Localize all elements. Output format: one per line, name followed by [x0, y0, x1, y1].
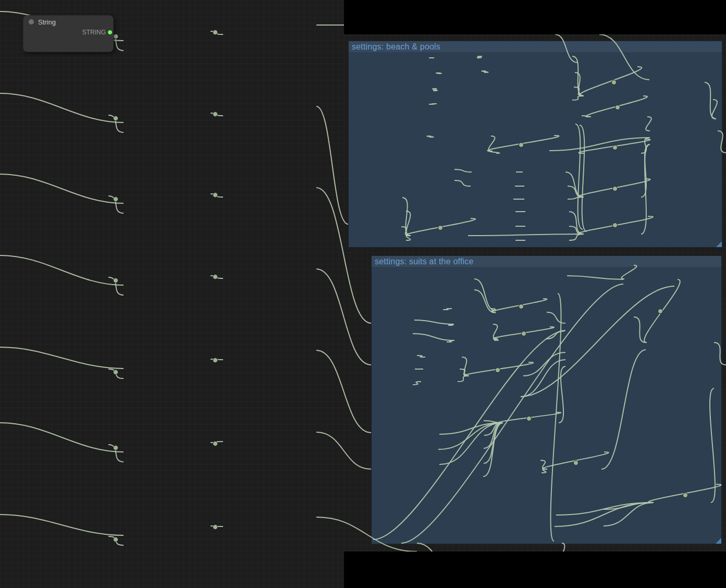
group-header[interactable]: settings: beach & pools: [349, 41, 722, 52]
link-wire: [211, 31, 223, 34]
group-frame-settings-beach-pools[interactable]: settings: beach & pools: [348, 41, 722, 248]
group-title: settings: suits at the office: [375, 257, 474, 266]
link-wire: [211, 194, 223, 197]
link-wire: [0, 255, 124, 285]
reroute-dot[interactable]: [213, 112, 218, 117]
link-wire: [108, 196, 124, 213]
link-wire: [211, 359, 223, 360]
link-wire: [316, 269, 371, 365]
reroute-dot[interactable]: [114, 116, 118, 121]
link-wire: [0, 423, 124, 452]
reroute-dot[interactable]: [213, 193, 218, 198]
link-wire: [211, 276, 223, 278]
string-node[interactable]: StringSTRING: [23, 15, 114, 52]
reroute-dot[interactable]: [213, 275, 218, 279]
reroute-dot[interactable]: [213, 525, 218, 530]
reroute-dot[interactable]: [114, 446, 118, 450]
string-output-port[interactable]: [107, 30, 113, 35]
link-wire: [211, 113, 223, 116]
reroute-dot[interactable]: [114, 370, 118, 375]
link-wire: [0, 174, 124, 203]
link-wire: [316, 432, 371, 469]
reroute-dot[interactable]: [213, 358, 218, 363]
output-label: STRING: [82, 29, 106, 36]
link-wire: [108, 115, 124, 132]
group-header[interactable]: settings: suits at the office: [372, 256, 721, 267]
link-wire: [108, 277, 124, 295]
reroute-dot[interactable]: [213, 442, 218, 446]
group-resize-handle[interactable]: [716, 538, 721, 544]
link-wire: [108, 445, 124, 462]
node-collapse-dot[interactable]: [29, 19, 34, 24]
link-wire: [0, 347, 124, 369]
node-title[interactable]: String: [23, 16, 113, 28]
group-title: settings: beach & pools: [352, 42, 440, 52]
output-row: STRING: [23, 28, 113, 38]
link-wire: [0, 514, 124, 535]
node-graph-canvas[interactable]: settings: beach & poolssettings: suits a…: [0, 0, 726, 588]
reroute-dot[interactable]: [114, 197, 118, 202]
link-wire: [108, 369, 124, 378]
link-wire: [0, 93, 124, 123]
black-mask: [344, 552, 726, 588]
link-wire: [211, 526, 223, 526]
link-wire: [211, 442, 223, 443]
link-wire: [108, 536, 124, 545]
group-frame-settings-suits-at-the-office[interactable]: settings: suits at the office: [371, 255, 722, 544]
reroute-dot[interactable]: [114, 537, 118, 542]
link-wire: [316, 350, 371, 433]
reroute-dot[interactable]: [114, 278, 118, 283]
reroute-dot[interactable]: [114, 34, 118, 39]
node-title-label: String: [38, 18, 56, 26]
group-resize-handle[interactable]: [716, 241, 722, 247]
black-mask: [344, 0, 726, 34]
link-wire: [316, 106, 348, 224]
reroute-dot[interactable]: [213, 30, 218, 35]
